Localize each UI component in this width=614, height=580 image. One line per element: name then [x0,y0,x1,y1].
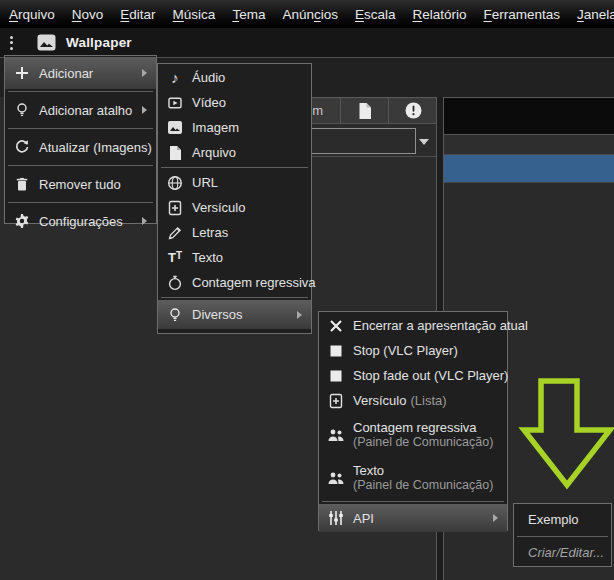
submenu-arrow-icon [493,514,498,522]
menu-item-api[interactable]: API [319,504,507,532]
combobox-dropdown-icon[interactable] [419,139,429,145]
menu-item-diversos[interactable]: Diversos [158,300,311,329]
menu-item-texto-painel[interactable]: Texto (Painel de Comunicação) [319,456,507,499]
menubar-item-tema[interactable]: Tema [232,7,265,22]
menu-item-letras[interactable]: Letras [158,220,311,245]
file-icon [158,145,192,161]
close-x-icon [319,319,353,333]
menu-item-versiculo[interactable]: Versículo [158,195,311,220]
menubar-item-ferramentas[interactable]: Ferramentas [484,7,561,22]
file-tab-icon [357,102,373,120]
menubar-item-novo[interactable]: Novo [72,7,104,22]
stopwatch-icon [158,275,192,291]
stop-square-icon [319,345,353,357]
plus-icon [5,65,39,81]
refresh-icon [5,139,39,155]
menu-item-versiculo-lista[interactable]: Versículo (Lista) [319,388,507,413]
adicionar-submenu: ♪ Áudio Vídeo Imagem Arquivo URL [157,63,312,334]
people-icon [319,471,353,485]
alert-circle-icon [405,102,422,119]
menu-item-encerrar-apresentacao[interactable]: Encerrar a apresentação atual [319,313,507,338]
menu-separator [8,165,153,166]
menu-separator [161,297,308,298]
app-window: Arquivo Novo Editar Música Tema Anúncios… [0,0,614,580]
image-icon [158,120,192,135]
wallpaper-header: Wallpaper [0,28,614,58]
menu-item-exemplo[interactable]: Exemplo [514,505,611,534]
stop-square-icon [319,370,353,382]
people-icon [319,428,353,442]
selected-list-row[interactable] [444,155,614,183]
kebab-menu-icon[interactable] [10,36,13,50]
api-submenu: Exemplo Criar/Editar... [513,503,612,567]
menu-separator [8,91,153,92]
book-plus-icon [158,200,192,216]
book-plus-icon [319,393,353,409]
gear-icon [5,213,39,229]
menu-separator [8,202,153,203]
list-row[interactable] [444,135,614,155]
annotation-arrow-down-icon [521,376,613,490]
menu-item-atualizar-imagens[interactable]: Atualizar (Imagens) [5,131,156,163]
preview-black-area [444,98,614,135]
menu-item-configuracoes[interactable]: Configurações [5,205,156,237]
menubar-item-anuncios[interactable]: Anúncios [282,7,338,22]
menu-item-contagem-regressiva[interactable]: Contagem regressiva [158,270,311,295]
menu-item-video[interactable]: Vídeo [158,90,311,115]
menu-separator [322,501,504,502]
menu-item-texto[interactable]: TT Texto [158,245,311,270]
submenu-arrow-icon [142,69,147,77]
menu-separator [161,167,308,168]
tab-alert[interactable] [388,98,437,123]
lightbulb-icon [5,102,39,118]
menubar-item-relatorio[interactable]: Relatório [412,7,466,22]
writing-hand-icon [158,225,192,241]
globe-icon [158,175,192,191]
tab-file[interactable] [340,98,388,123]
wallpaper-image-icon [37,34,56,51]
menu-separator [8,128,153,129]
text-Tt-icon: TT [158,250,192,265]
submenu-arrow-icon [297,311,302,319]
menu-bar: Arquivo Novo Editar Música Tema Anúncios… [0,0,614,28]
menu-item-remover-tudo[interactable]: Remover tudo [5,168,156,200]
menu-separator [517,536,608,537]
sliders-icon [319,510,353,526]
video-icon [158,95,192,111]
menu-item-criar-editar[interactable]: Criar/Editar... [514,539,611,566]
menu-item-imagem[interactable]: Imagem [158,115,311,140]
menu-item-contagem-regressiva-painel[interactable]: Contagem regressiva (Painel de Comunicaç… [319,413,507,456]
menu-item-stop-vlc[interactable]: Stop (VLC Player) [319,338,507,363]
wallpaper-context-menu: Adicionar Adicionar atalho Atualizar (Im… [4,55,157,224]
menu-item-arquivo[interactable]: Arquivo [158,140,311,165]
page-title: Wallpaper [66,35,132,50]
menu-item-stop-fade-out-vlc[interactable]: Stop fade out (VLC Player) [319,363,507,388]
lightbulb-icon [158,307,192,323]
menu-item-adicionar[interactable]: Adicionar [5,57,156,89]
music-note-icon: ♪ [158,70,192,85]
menubar-item-musica[interactable]: Música [173,7,216,22]
trash-icon [5,176,39,192]
menubar-item-escala[interactable]: Escala [355,7,396,22]
menu-item-adicionar-atalho[interactable]: Adicionar atalho [5,94,156,126]
menu-item-audio[interactable]: ♪ Áudio [158,65,311,90]
menubar-item-janelas[interactable]: Janelas [577,7,614,22]
menu-item-url[interactable]: URL [158,170,311,195]
menubar-item-arquivo[interactable]: Arquivo [9,7,55,22]
menubar-item-editar[interactable]: Editar [120,7,155,22]
submenu-arrow-icon [142,106,147,114]
diversos-submenu: Encerrar a apresentação atual Stop (VLC … [318,311,508,531]
submenu-arrow-icon [142,217,147,225]
